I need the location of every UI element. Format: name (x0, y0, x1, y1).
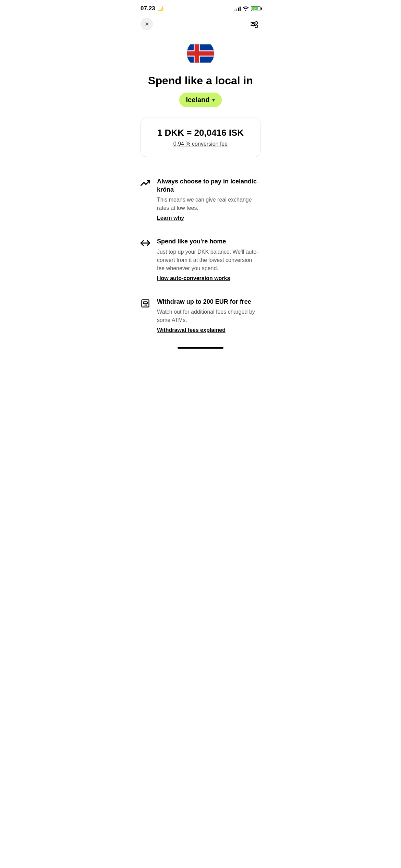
feature-auto-convert-content: Spend like you're home Just top up your … (157, 238, 260, 281)
main-content: Spend like a local in Iceland ▾ 1 DKK = … (134, 34, 267, 341)
wifi-icon (243, 6, 249, 12)
moon-icon: 🌙 (157, 5, 164, 12)
nav-bar: ✕ (134, 15, 267, 34)
country-label: Iceland (186, 96, 210, 104)
feature-pay-local-desc: This means we can give real exchange rat… (157, 196, 260, 212)
close-icon: ✕ (145, 21, 149, 27)
feature-auto-convert-title: Spend like you're home (157, 238, 260, 245)
atm-icon (141, 298, 151, 310)
chevron-down-icon: ▾ (212, 97, 215, 103)
country-selector[interactable]: Iceland ▾ (179, 93, 222, 107)
home-indicator (178, 347, 223, 349)
feature-pay-local: Always choose to pay in Icelandic króna … (141, 169, 260, 229)
feature-auto-convert: Spend like you're home Just top up your … (141, 229, 260, 289)
battery-icon: ⚡ (251, 6, 260, 11)
filter-button[interactable] (248, 18, 260, 30)
close-button[interactable]: ✕ (141, 18, 153, 30)
features-list: Always choose to pay in Icelandic króna … (141, 169, 260, 341)
learn-why-link[interactable]: Learn why (157, 215, 184, 221)
exchange-rate-card: 1 DKK = 20,0416 ISK 0,94 % conversion fe… (141, 118, 260, 157)
svg-rect-7 (143, 302, 147, 304)
status-time: 07.23 🌙 (141, 5, 164, 12)
time-display: 07.23 (141, 5, 155, 12)
svg-rect-3 (187, 51, 214, 56)
country-flag (187, 40, 214, 67)
arrows-horizontal-icon (141, 238, 151, 250)
withdrawal-fees-link[interactable]: Withdrawal fees explained (157, 327, 226, 333)
page-headline: Spend like a local in (148, 74, 253, 87)
exchange-rate: 1 DKK = 20,0416 ISK (148, 128, 253, 138)
feature-atm: Withdraw up to 200 EUR for free Watch ou… (141, 290, 260, 341)
trending-up-icon (141, 178, 151, 190)
auto-conversion-link[interactable]: How auto-conversion works (157, 275, 230, 281)
signal-icon (234, 6, 241, 11)
feature-pay-local-content: Always choose to pay in Icelandic króna … (157, 178, 260, 221)
filter-icon (251, 22, 258, 26)
feature-pay-local-title: Always choose to pay in Icelandic króna (157, 178, 260, 194)
feature-atm-content: Withdraw up to 200 EUR for free Watch ou… (157, 298, 260, 333)
feature-atm-title: Withdraw up to 200 EUR for free (157, 298, 260, 306)
status-icons: ⚡ (234, 6, 260, 12)
conversion-fee[interactable]: 0,94 % conversion fee (148, 141, 253, 147)
feature-atm-desc: Watch out for additional fees charged by… (157, 308, 260, 324)
feature-auto-convert-desc: Just top up your DKK balance. We'll auto… (157, 248, 260, 273)
status-bar: 07.23 🌙 ⚡ (134, 0, 267, 15)
svg-rect-4 (195, 44, 199, 62)
